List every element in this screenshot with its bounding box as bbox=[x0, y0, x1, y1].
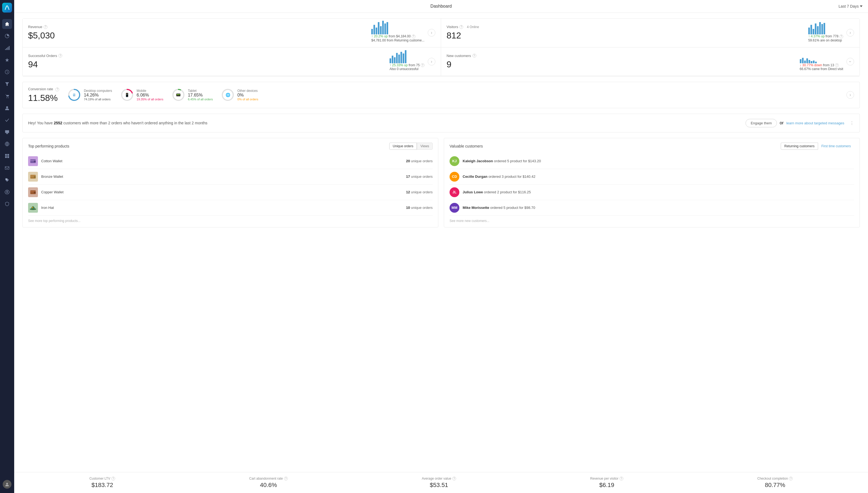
date-filter[interactable]: Last 7 Days bbox=[839, 4, 863, 8]
sidebar-item-analytics[interactable] bbox=[2, 31, 12, 41]
visitors-label: Visitors ? 4 Online bbox=[447, 25, 479, 29]
sidebar-item-promotions[interactable] bbox=[2, 55, 12, 65]
product-img-iron-hat bbox=[28, 203, 38, 213]
customer-item: KJ Kaleigh Jacobson ordered 5 product fo… bbox=[449, 153, 854, 169]
new-customers-arrow[interactable]: › bbox=[846, 58, 854, 65]
sidebar-avatar[interactable] bbox=[2, 479, 12, 489]
rev-help-icon[interactable]: ? bbox=[619, 477, 623, 480]
tablet-ring: 📟 bbox=[172, 88, 185, 102]
footer-checkout: Checkout completion ? 80.77% bbox=[757, 477, 793, 489]
engage-more-icon[interactable]: ⋮ bbox=[850, 121, 854, 126]
sidebar-item-reports[interactable] bbox=[2, 43, 12, 53]
sidebar-item-history[interactable] bbox=[2, 67, 12, 77]
bar bbox=[384, 23, 386, 34]
product-img-bronze-wallet bbox=[28, 172, 38, 181]
sidebar-item-globe[interactable] bbox=[2, 139, 12, 149]
conversion-help-icon[interactable]: ? bbox=[56, 88, 59, 91]
revenue-help-icon[interactable]: ? bbox=[44, 25, 47, 29]
tab-unique-orders[interactable]: Unique orders bbox=[389, 143, 417, 150]
svg-rect-12 bbox=[7, 154, 9, 156]
svg-point-16 bbox=[6, 179, 7, 180]
new-customers-value: 9 bbox=[447, 60, 476, 69]
sidebar-item-grid[interactable] bbox=[2, 151, 12, 161]
new-customers-help-icon[interactable]: ? bbox=[472, 54, 476, 58]
customer-info: Julius Lowe ordered 2 product for $116.2… bbox=[463, 190, 531, 194]
product-item: Cotton Wallet 20 unique orders bbox=[28, 153, 432, 169]
see-more-customers[interactable]: See more new customers... bbox=[449, 216, 854, 223]
see-more-products[interactable]: See more top performing products... bbox=[28, 216, 432, 223]
footer-ltv-label: Customer LTV ? bbox=[89, 477, 115, 480]
orders-help-icon[interactable]: ? bbox=[58, 54, 62, 58]
product-item: Bronze Wallet 17 unique orders bbox=[28, 169, 432, 185]
revenue-from-help[interactable]: ? bbox=[411, 35, 416, 39]
sidebar-item-orders[interactable] bbox=[2, 91, 12, 101]
product-orders: 20 unique orders bbox=[406, 159, 432, 163]
sidebar-item-users[interactable] bbox=[2, 103, 12, 113]
bar bbox=[815, 23, 817, 34]
page-header: Dashboard Last 7 Days bbox=[14, 0, 868, 13]
sidebar-item-mail[interactable] bbox=[2, 163, 12, 173]
footer-cart-label: Cart abandonment rate ? bbox=[249, 477, 288, 480]
avg-help-icon[interactable]: ? bbox=[452, 477, 456, 480]
svg-point-8 bbox=[8, 97, 9, 98]
footer-avg-order: Average order value ? $53.51 bbox=[422, 477, 456, 489]
sidebar-logo[interactable] bbox=[2, 3, 12, 13]
page-title: Dashboard bbox=[430, 4, 452, 9]
mobile-device: 📱 Mobile 6.06% 19.35% of all orders bbox=[120, 88, 163, 102]
footer-rev-label: Revenue per visitor ? bbox=[590, 477, 623, 480]
customer-info: Cecille Durgan ordered 3 product for $14… bbox=[463, 174, 535, 178]
desktop-device: 🖥 Desktop computers 14.26% 74.19% of all… bbox=[67, 88, 112, 102]
bar bbox=[806, 58, 808, 63]
visitors-from-help[interactable]: ? bbox=[839, 35, 843, 39]
svg-rect-2 bbox=[6, 48, 7, 50]
engage-learn-link[interactable]: learn more about targeted messages bbox=[786, 121, 844, 125]
bar bbox=[824, 23, 825, 34]
conversion-arrow[interactable]: › bbox=[846, 91, 854, 99]
svg-rect-28 bbox=[34, 160, 36, 162]
revenue-arrow[interactable]: › bbox=[428, 29, 436, 37]
sidebar-item-check[interactable] bbox=[2, 115, 12, 125]
sidebar-item-settings[interactable] bbox=[2, 187, 12, 197]
conversion-card: Conversion rate ? 11.58% 🖥 bbox=[22, 82, 860, 108]
bar bbox=[813, 61, 814, 63]
customers-title: Valuable customers bbox=[449, 144, 483, 148]
sidebar-item-home[interactable] bbox=[2, 19, 12, 29]
tab-views[interactable]: Views bbox=[417, 143, 432, 150]
ltv-help-icon[interactable]: ? bbox=[111, 477, 115, 480]
customers-card: Valuable customers Returning customers F… bbox=[444, 138, 860, 228]
engage-banner: Hey! You have 2552 customers with more t… bbox=[22, 114, 860, 132]
bar bbox=[804, 61, 806, 63]
bar bbox=[405, 50, 406, 63]
sidebar-item-security[interactable] bbox=[2, 199, 12, 209]
mobile-ring: 📱 bbox=[120, 88, 134, 102]
bar bbox=[396, 53, 398, 63]
customer-item: JL Julius Lowe ordered 2 product for $11… bbox=[449, 185, 854, 200]
cart-help-icon[interactable]: ? bbox=[284, 477, 288, 480]
sidebar-item-tags[interactable] bbox=[2, 175, 12, 185]
visitors-help-icon[interactable]: ? bbox=[459, 25, 463, 29]
revenue-chart bbox=[371, 23, 424, 34]
tab-first-time[interactable]: First time customers bbox=[818, 143, 854, 150]
engage-button[interactable]: Engage them bbox=[745, 119, 777, 127]
bar bbox=[374, 25, 375, 34]
bar bbox=[398, 55, 400, 63]
svg-rect-34 bbox=[34, 192, 36, 193]
checkout-help-icon[interactable]: ? bbox=[789, 477, 793, 480]
new-customers-from-help[interactable]: ? bbox=[835, 63, 839, 67]
orders-arrow[interactable]: › bbox=[428, 58, 436, 65]
footer-rev-visitor: Revenue per visitor ? $6.19 bbox=[590, 477, 623, 489]
tablet-icon: 📟 bbox=[176, 93, 181, 97]
orders-from-help[interactable]: ? bbox=[421, 63, 424, 67]
product-orders: 12 unique orders bbox=[406, 190, 432, 194]
other-icon: 🌐 bbox=[226, 93, 230, 97]
product-item: Iron Hat 10 unique orders bbox=[28, 200, 432, 216]
sidebar-item-filter[interactable] bbox=[2, 79, 12, 89]
footer-stats: Customer LTV ? $183.72 Cart abandonment … bbox=[14, 472, 868, 493]
product-orders: 10 unique orders bbox=[406, 206, 432, 210]
bar bbox=[819, 22, 821, 34]
visitors-arrow[interactable]: › bbox=[846, 29, 854, 37]
sidebar-item-messages[interactable] bbox=[2, 127, 12, 137]
bar bbox=[371, 29, 373, 34]
tab-returning[interactable]: Returning customers bbox=[781, 143, 818, 150]
desktop-name: Desktop computers bbox=[84, 89, 112, 93]
